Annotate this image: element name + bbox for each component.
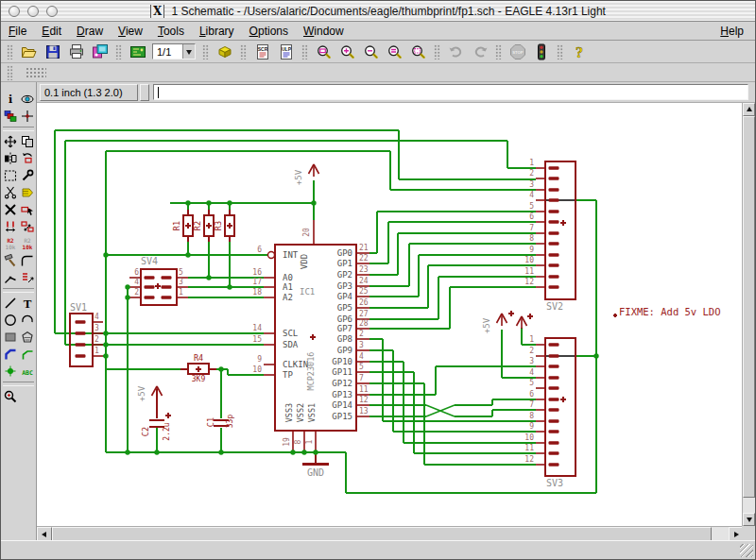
toolbar-button-cam[interactable] — [88, 42, 112, 61]
schematic-canvas[interactable]: 6INT16A017A118A214SCL15SDA9CLKIN10TP21GP… — [37, 103, 744, 526]
svg-text:SV3: SV3 — [546, 478, 563, 488]
toolbar-grip — [495, 44, 502, 59]
window-zoom-button[interactable] — [46, 6, 58, 17]
toolbar-button-print[interactable] — [64, 42, 88, 61]
toolbar-button-zoomselect[interactable] — [406, 42, 430, 61]
svg-text:19: 19 — [283, 437, 291, 447]
palette-tool-label[interactable]: ABC — [19, 363, 36, 380]
palette-tool-miter[interactable] — [19, 252, 36, 269]
palette-tool-polygon[interactable] — [19, 329, 36, 346]
sheet-selector[interactable]: 1/1 — [152, 43, 196, 59]
palette-tool-value[interactable]: R210k — [19, 235, 36, 252]
palette-tool-delete[interactable] — [2, 201, 19, 218]
toolbar-grip — [7, 44, 13, 59]
window-close-button[interactable] — [9, 6, 20, 17]
menu-edit[interactable]: Edit — [34, 23, 69, 40]
palette-tool-text[interactable]: T — [19, 295, 36, 312]
palette-tool-gateswap[interactable] — [19, 218, 36, 235]
component-SV4[interactable]: SV4642531 — [129, 256, 188, 305]
menu-file[interactable]: File — [1, 23, 34, 40]
toolbar-button-zoomout[interactable] — [359, 42, 383, 61]
palette-tool-paste[interactable] — [19, 184, 36, 201]
toolbar-button-save[interactable] — [41, 42, 64, 61]
command-line-input[interactable] — [153, 84, 748, 100]
svg-text:1: 1 — [529, 335, 534, 344]
status-bar — [1, 540, 755, 559]
palette-tool-rotate[interactable] — [19, 150, 36, 167]
palette-tool-name[interactable]: R210k — [2, 235, 19, 252]
name-icon: R210k — [4, 237, 17, 250]
toolbar-grid-grip[interactable] — [26, 67, 46, 77]
menu-window[interactable]: Window — [296, 23, 352, 40]
component-IC1[interactable]: 6INT16A017A118A214SCL15SDA9CLKIN10TP21GP… — [252, 220, 369, 452]
palette-tool-circle[interactable] — [2, 312, 19, 329]
palette-tool-bus[interactable] — [2, 346, 19, 363]
schematic-drawing[interactable]: 6INT16A017A118A214SCL15SDA9CLKIN10TP21GP… — [37, 103, 744, 526]
svg-text:?: ? — [576, 43, 583, 59]
palette-tool-mark[interactable] — [19, 108, 36, 125]
svg-text:3: 3 — [359, 341, 364, 349]
menu-options[interactable]: Options — [242, 23, 296, 40]
svg-text:17: 17 — [252, 278, 262, 286]
toolbar-button-traffic[interactable] — [529, 42, 553, 61]
svg-text:20: 20 — [302, 228, 311, 237]
net-wires[interactable] — [55, 130, 596, 493]
menu-draw[interactable]: Draw — [69, 23, 111, 40]
menu-help[interactable]: Help — [713, 23, 751, 40]
toolbar-button-open[interactable] — [17, 42, 41, 61]
svg-text:9: 9 — [529, 422, 534, 431]
palette-tool-junction[interactable] — [2, 363, 19, 380]
toolbar-button-ulp[interactable]: ULP — [274, 42, 298, 61]
svg-text:28: 28 — [359, 319, 369, 328]
toolbar-button-help[interactable]: ? — [567, 42, 591, 61]
toolbar-button-zoomredraw[interactable] — [383, 42, 406, 61]
sheet-selector-arrow[interactable] — [182, 44, 195, 59]
palette-tool-invoke[interactable] — [19, 269, 36, 286]
palette-tool-display[interactable] — [2, 108, 19, 125]
palette-tool-show[interactable] — [19, 91, 36, 108]
palette-tool-split[interactable] — [2, 269, 19, 286]
toolbar-button-board[interactable] — [126, 42, 149, 61]
resize-grip[interactable] — [740, 544, 753, 557]
v-scroll-down-button[interactable] — [743, 513, 755, 526]
palette-tool-copy[interactable] — [19, 133, 36, 150]
palette-tool-change[interactable] — [19, 167, 36, 184]
grid-coordinate-display: 0.1 inch (1.3 2.0) — [40, 84, 138, 101]
palette-tool-erc[interactable] — [2, 388, 19, 405]
v-scroll-up-button[interactable] — [743, 103, 755, 116]
title-bar[interactable]: X1 Schematic - /Users/alaric/Documents/e… — [1, 1, 755, 22]
toolbar-button-use[interactable] — [213, 42, 236, 61]
palette-tool-wire[interactable] — [2, 295, 19, 312]
palette-tool-smash[interactable] — [2, 252, 19, 269]
window-minimize-button[interactable] — [27, 6, 39, 17]
toolbar-grip — [115, 44, 122, 59]
palette-tool-move[interactable] — [2, 133, 19, 150]
menu-tools[interactable]: Tools — [150, 23, 192, 40]
v-scroll-thumb[interactable] — [743, 116, 755, 498]
component-SV2[interactable]: SV2123456789101112 — [524, 159, 576, 312]
palette-tool-group[interactable] — [2, 167, 19, 184]
svg-text:4: 4 — [529, 368, 534, 377]
palette-tool-add[interactable] — [19, 201, 36, 218]
toolbar-grip[interactable] — [7, 65, 13, 80]
palette-tool-pinswap[interactable] — [2, 218, 19, 235]
palette-tool-net[interactable] — [19, 346, 36, 363]
palette-tool-arc[interactable] — [19, 312, 36, 329]
palette-tool-cut[interactable] — [2, 184, 19, 201]
zoomout-icon — [363, 43, 380, 60]
vertical-scrollbar[interactable] — [742, 103, 755, 526]
menu-bar: File Edit Draw View Tools Library Option… — [1, 22, 755, 41]
window-title-text: 1 Schematic - /Users/alaric/Documents/ea… — [171, 5, 606, 18]
component-SV1[interactable]: SV14321 — [70, 302, 103, 366]
toolbar-button-scr[interactable]: SCR — [250, 42, 274, 61]
svg-text:12: 12 — [359, 396, 369, 404]
menu-library[interactable]: Library — [192, 23, 242, 40]
palette-tool-mirror[interactable] — [2, 150, 19, 167]
palette-tool-info[interactable]: i — [2, 91, 19, 108]
menu-view[interactable]: View — [111, 23, 150, 40]
toolbar-button-zoomin[interactable] — [335, 42, 359, 61]
palette-tool-rect[interactable] — [2, 329, 19, 346]
toolbar-button-zoomfit[interactable] — [312, 42, 335, 61]
capacitor-plates[interactable] — [149, 420, 229, 427]
undo-icon — [448, 43, 465, 60]
